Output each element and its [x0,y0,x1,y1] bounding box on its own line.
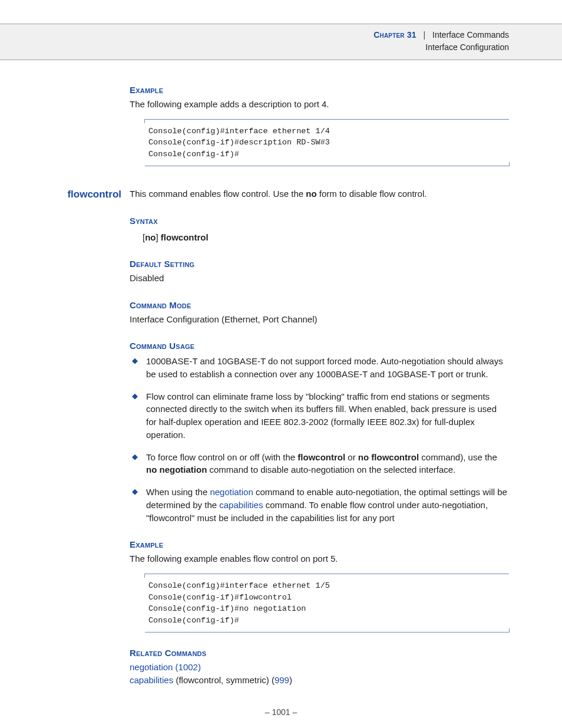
list-item: To force flow control on or off (with th… [130,451,509,477]
usage-b1: 1000BASE-T and 10GBASE-T do not support … [146,356,503,379]
separator: | [421,30,428,39]
mode-value: Interface Configuration (Ethernet, Port … [130,313,509,326]
usage-b3-bold2: no flowcontrol [358,452,419,462]
related-heading: Related Commands [130,647,509,660]
code-block: Console(config)#interface ethernet 1/5 C… [145,574,509,633]
usage-b4-a: When using the [146,487,210,497]
example-heading: Example [130,538,509,551]
usage-b3-bold1: flowcontrol [297,452,345,462]
usage-b3-a: To force flow control on or off (with th… [146,452,297,462]
command-name: flowcontrol [67,189,121,200]
usage-heading: Command Usage [130,340,509,353]
default-value: Disabled [130,272,509,285]
syntax-no: no [145,232,156,242]
related-text: (flowcontrol, symmetric) ( [173,675,275,685]
list-item: Flow control can eliminate frame loss by… [130,390,509,442]
list-item: 1000BASE-T and 10GBASE-T do not support … [130,355,509,381]
page-footer: – 1001 – [53,706,509,718]
usage-link-negotiation[interactable]: negotiation [210,487,253,497]
related-line-1: negotiation (1002) [130,661,509,674]
page-body: Example The following example adds a des… [0,60,562,728]
header-section: Interface Commands [432,30,509,39]
chapter-label: Chapter 31 [373,30,416,39]
example-text: The following example enables flow contr… [130,552,509,565]
related-link-capabilities[interactable]: capabilities [130,675,173,685]
intro-bold-no: no [306,189,316,199]
example-text: The following example adds a description… [130,98,509,111]
usage-link-capabilities[interactable]: capabilities [219,500,263,510]
syntax-heading: Syntax [130,215,509,228]
related-link-page[interactable]: 999 [275,675,289,685]
list-item: When using the negotiation command to en… [130,486,509,524]
command-intro: This command enables flow control. Use t… [130,187,509,200]
usage-b3-b: or [345,452,358,462]
usage-b3-c: command), use the [419,452,497,462]
mode-heading: Command Mode [130,299,509,312]
syntax-cmd: flowcontrol [161,232,209,242]
usage-b2: Flow control can eliminate frame loss by… [146,391,497,440]
related-close: ) [289,675,292,685]
usage-b3-bold3: no negotiation [146,465,207,475]
usage-list: 1000BASE-T and 10GBASE-T do not support … [130,355,509,524]
bracket-close: ] [156,232,161,242]
intro-text-a: This command enables flow control. Use t… [130,189,306,199]
syntax-line: [no] flowcontrol [143,231,509,244]
default-heading: Default Setting [130,258,509,271]
example-heading: Example [130,84,509,97]
related-line-2: capabilities (flowcontrol, symmetric) (9… [130,674,509,687]
usage-b3-d: command to disable auto-negotiation on t… [207,465,455,475]
code-block: Console(config)#interface ethernet 1/4 C… [145,119,509,167]
intro-text-b: form to disable flow control. [317,189,427,199]
related-link-negotiation[interactable]: negotiation (1002) [130,662,201,672]
header-subsection: Interface Configuration [0,41,509,54]
page-header: Chapter 31 | Interface Commands Interfac… [0,24,562,60]
